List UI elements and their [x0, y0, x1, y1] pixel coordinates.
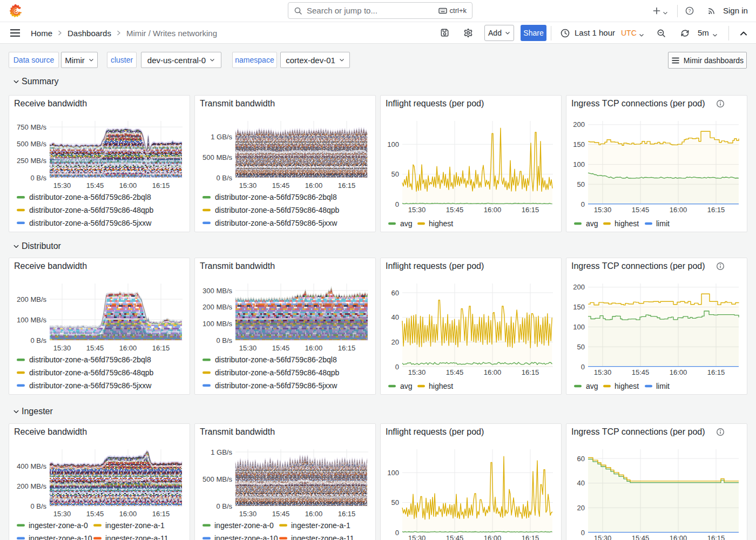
svg-text:16:15: 16:15	[707, 534, 725, 540]
svg-text:ingester-zone-a-11: ingester-zone-a-11	[291, 534, 354, 540]
svg-text:16:15: 16:15	[707, 206, 725, 214]
svg-text:16:15: 16:15	[522, 368, 539, 376]
svg-text:16:00: 16:00	[119, 181, 137, 190]
svg-text:15:45: 15:45	[632, 206, 650, 214]
svg-text:100: 100	[387, 140, 399, 148]
svg-text:15:30: 15:30	[53, 510, 71, 518]
svg-text:15:45: 15:45	[272, 344, 290, 352]
svg-text:highest: highest	[429, 219, 453, 228]
svg-text:0 B/s: 0 B/s	[216, 174, 232, 182]
svg-text:15:30: 15:30	[408, 206, 426, 214]
svg-text:15:30: 15:30	[594, 206, 612, 214]
svg-text:300 MB/s: 300 MB/s	[202, 287, 232, 295]
svg-text:100: 100	[573, 323, 585, 331]
svg-text:distributor-zone-a-56fd759c86-: distributor-zone-a-56fd759c86-2bql8	[215, 355, 337, 364]
svg-text:1 GB/s: 1 GB/s	[211, 448, 232, 456]
svg-text:distributor-zone-a-56fd759c86-: distributor-zone-a-56fd759c86-5jxxw	[215, 381, 338, 390]
svg-text:0: 0	[395, 200, 399, 208]
svg-text:500 MB/s: 500 MB/s	[17, 140, 46, 148]
svg-text:16:15: 16:15	[522, 206, 539, 214]
svg-text:15:45: 15:45	[86, 181, 104, 190]
svg-text:16:15: 16:15	[338, 181, 356, 190]
svg-text:500 MB/s: 500 MB/s	[202, 153, 232, 161]
svg-text:ingester-zone-a-10: ingester-zone-a-10	[29, 534, 92, 540]
svg-text:16:00: 16:00	[670, 368, 687, 376]
svg-text:200 MB/s: 200 MB/s	[17, 482, 46, 490]
svg-text:200 MB/s: 200 MB/s	[202, 303, 232, 311]
svg-text:avg: avg	[586, 219, 598, 228]
svg-text:15:45: 15:45	[446, 206, 464, 214]
svg-text:0: 0	[395, 363, 399, 371]
svg-text:60: 60	[392, 289, 399, 297]
svg-text:limit: limit	[656, 219, 670, 228]
svg-text:150: 150	[573, 303, 585, 311]
svg-text:15:45: 15:45	[86, 344, 104, 352]
svg-text:distributor-zone-a-56fd759c86-: distributor-zone-a-56fd759c86-48qpb	[215, 368, 340, 377]
svg-text:60: 60	[577, 455, 585, 463]
svg-text:200: 200	[573, 120, 585, 129]
svg-text:16:00: 16:00	[119, 344, 137, 352]
svg-text:16:15: 16:15	[338, 510, 356, 518]
svg-text:16:00: 16:00	[670, 534, 687, 540]
svg-text:400 MB/s: 400 MB/s	[17, 462, 46, 470]
svg-text:1 GB/s: 1 GB/s	[211, 133, 232, 141]
svg-text:?: ?	[688, 8, 691, 14]
svg-text:16:00: 16:00	[119, 510, 137, 518]
svg-text:16:00: 16:00	[484, 534, 502, 540]
svg-text:distributor-zone-a-56fd759c86-: distributor-zone-a-56fd759c86-48qpb	[215, 206, 340, 214]
svg-text:15:45: 15:45	[272, 510, 290, 518]
svg-text:100 MB/s: 100 MB/s	[202, 320, 232, 328]
svg-text:15:30: 15:30	[408, 368, 426, 376]
svg-text:16:00: 16:00	[484, 368, 502, 376]
svg-text:40: 40	[577, 479, 585, 487]
svg-text:ingester-zone-a-10: ingester-zone-a-10	[214, 534, 278, 540]
svg-text:highest: highest	[615, 382, 639, 390]
svg-text:distributor-zone-a-56fd759c86-: distributor-zone-a-56fd759c86-48qpb	[29, 368, 154, 377]
svg-text:distributor-zone-a-56fd759c86-: distributor-zone-a-56fd759c86-5jxxw	[215, 219, 338, 227]
svg-text:16:15: 16:15	[707, 368, 725, 376]
svg-text:200 MB/s: 200 MB/s	[17, 295, 46, 303]
svg-text:200: 200	[573, 283, 585, 291]
svg-text:16:15: 16:15	[152, 181, 170, 190]
svg-text:16:15: 16:15	[338, 344, 356, 352]
svg-text:20: 20	[577, 504, 585, 512]
svg-text:100: 100	[387, 469, 399, 477]
svg-text:15:45: 15:45	[86, 510, 104, 518]
svg-text:16:15: 16:15	[152, 510, 170, 518]
svg-text:15:30: 15:30	[239, 181, 257, 190]
svg-text:16:00: 16:00	[305, 510, 323, 518]
svg-text:distributor-zone-a-56fd759c86-: distributor-zone-a-56fd759c86-2bql8	[215, 193, 337, 201]
svg-text:150: 150	[573, 140, 585, 148]
svg-text:0 B/s: 0 B/s	[216, 336, 232, 345]
svg-text:15:45: 15:45	[446, 368, 464, 376]
svg-text:50: 50	[392, 498, 399, 507]
svg-text:50: 50	[577, 180, 585, 188]
svg-text:16:00: 16:00	[670, 206, 687, 214]
svg-text:0 B/s: 0 B/s	[216, 502, 232, 510]
svg-text:ingester-zone-a-1: ingester-zone-a-1	[105, 521, 165, 530]
svg-text:0: 0	[395, 529, 399, 537]
svg-text:250 MB/s: 250 MB/s	[17, 157, 46, 165]
svg-text:40: 40	[392, 313, 399, 321]
svg-text:16:00: 16:00	[484, 206, 502, 214]
svg-text:distributor-zone-a-56fd759c86-: distributor-zone-a-56fd759c86-5jxxw	[29, 381, 152, 390]
svg-text:highest: highest	[615, 219, 639, 228]
svg-text:avg: avg	[400, 219, 413, 228]
svg-text:15:30: 15:30	[408, 534, 426, 540]
svg-text:15:30: 15:30	[239, 344, 257, 352]
svg-text:500 MB/s: 500 MB/s	[202, 475, 232, 483]
svg-text:15:30: 15:30	[594, 368, 612, 376]
svg-text:ingester-zone-a-1: ingester-zone-a-1	[291, 521, 350, 530]
svg-text:distributor-zone-a-56fd759c86-: distributor-zone-a-56fd759c86-5jxxw	[29, 219, 152, 227]
svg-text:15:45: 15:45	[632, 368, 650, 376]
svg-text:16:15: 16:15	[152, 344, 170, 352]
svg-text:50: 50	[577, 343, 585, 351]
svg-text:0 B/s: 0 B/s	[30, 502, 46, 510]
svg-text:distributor-zone-a-56fd759c86-: distributor-zone-a-56fd759c86-2bql8	[29, 355, 151, 364]
svg-text:0 B/s: 0 B/s	[30, 174, 46, 182]
svg-text:ingester-zone-a-11: ingester-zone-a-11	[105, 534, 168, 540]
svg-text:15:45: 15:45	[446, 534, 464, 540]
svg-text:15:30: 15:30	[594, 534, 612, 540]
svg-text:0: 0	[581, 363, 585, 371]
svg-text:avg: avg	[400, 382, 413, 390]
